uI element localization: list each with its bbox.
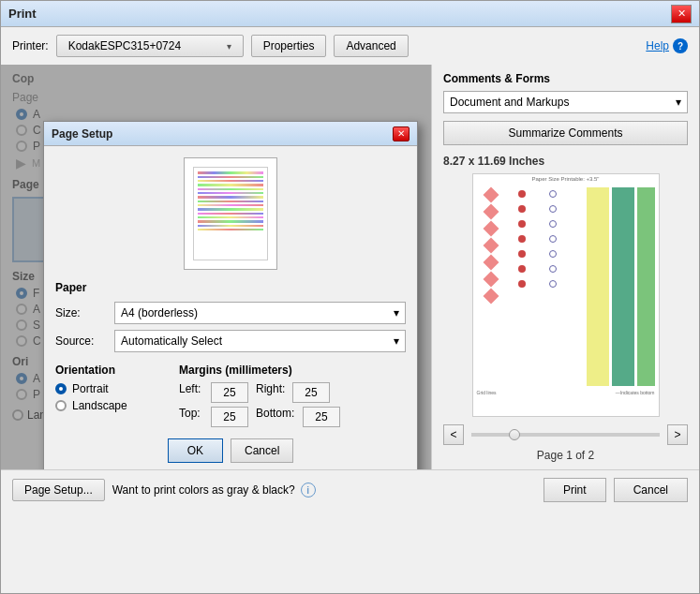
- size-dropdown[interactable]: A4 (borderless) ▾: [114, 302, 406, 324]
- advanced-button[interactable]: Advanced: [334, 35, 408, 57]
- left-right-row: Left: Right:: [179, 382, 406, 403]
- next-page-button[interactable]: >: [667, 424, 688, 445]
- thumb-col-blue: [539, 187, 567, 386]
- thumb-col-red: [477, 187, 505, 386]
- landscape-row-modal: Landscape: [55, 399, 168, 412]
- properties-button[interactable]: Properties: [251, 35, 327, 57]
- help-icon: ?: [673, 38, 688, 53]
- page-thumbnail: Paper Size Printable: +3.5": [472, 173, 660, 417]
- doc-markup-value: Document and Markups: [450, 96, 569, 109]
- dimensions-label: 8.27 x 11.69 Inches: [443, 155, 688, 168]
- top-margin-label: Top:: [179, 407, 207, 427]
- source-dropdown-arrow: ▾: [394, 334, 399, 348]
- bottom-left: Page Setup... Want to print colors as gr…: [12, 479, 316, 501]
- thumb-footer-right: —Indicates bottom: [616, 390, 655, 395]
- landscape-label: Landscape: [72, 399, 127, 412]
- title-bar: Print ✕: [1, 1, 699, 27]
- thumb-cols: [473, 184, 659, 390]
- modal-title: Page Setup: [52, 127, 112, 141]
- page-setup-button[interactable]: Page Setup...: [12, 479, 105, 501]
- page-slider[interactable]: [471, 433, 660, 437]
- comments-forms-dropdown[interactable]: Document and Markups ▾: [443, 91, 688, 113]
- source-row: Source: Automatically Select ▾: [55, 330, 406, 352]
- margins-group: Margins (millimeters) Left: Right: Top:: [179, 364, 406, 427]
- bottom-right: Print Cancel: [544, 478, 688, 502]
- printer-dropdown[interactable]: KodakESPC315+0724 ▾: [56, 35, 244, 57]
- paper-section: Paper Size: A4 (borderless) ▾ Source: Au: [55, 281, 406, 352]
- right-margin-input[interactable]: [292, 382, 330, 403]
- page-preview: [184, 157, 277, 270]
- thumb-col-white: [570, 187, 584, 386]
- help-label: Help: [646, 39, 669, 52]
- top-margin-input[interactable]: [211, 407, 248, 427]
- printer-label: Printer:: [12, 39, 49, 52]
- printer-bar: Printer: KodakESPC315+0724 ▾ Properties …: [1, 27, 699, 65]
- page-nav: < >: [443, 424, 688, 445]
- prev-page-button[interactable]: <: [443, 424, 464, 445]
- orientation-margins-row: Orientation Portrait Landscape Mar: [55, 364, 406, 427]
- orientation-group: Orientation Portrait Landscape: [55, 364, 168, 427]
- bottom-margin-input[interactable]: [303, 407, 340, 427]
- right-margin-label: Right:: [256, 382, 289, 403]
- page-preview-inner: [193, 167, 268, 260]
- thumb-header: Paper Size Printable: +3.5": [473, 174, 659, 184]
- size-row: Size: A4 (borderless) ▾: [55, 302, 406, 324]
- modal-cancel-button[interactable]: Cancel: [231, 438, 293, 463]
- printer-dropdown-arrow: ▾: [227, 41, 231, 52]
- page-indicator: Page 1 of 2: [443, 449, 688, 462]
- print-window: Print ✕ Printer: KodakESPC315+0724 ▾ Pro…: [0, 0, 700, 594]
- portrait-label: Portrait: [72, 382, 109, 395]
- comments-dropdown-arrow: ▾: [676, 96, 681, 109]
- thumb-col-light-green: [637, 187, 654, 386]
- slider-handle[interactable]: [509, 429, 520, 440]
- size-label: Size:: [55, 306, 107, 319]
- cancel-button[interactable]: Cancel: [614, 478, 688, 502]
- summarize-comments-button[interactable]: Summarize Comments: [443, 121, 688, 145]
- modal-body: Paper Size: A4 (borderless) ▾ Source: Au: [44, 146, 417, 469]
- info-icon[interactable]: i: [301, 483, 316, 497]
- ok-button[interactable]: OK: [168, 438, 223, 463]
- source-dropdown[interactable]: Automatically Select ▾: [114, 330, 406, 352]
- modal-close-button[interactable]: ✕: [393, 126, 410, 141]
- bottom-margin-label: Bottom:: [256, 407, 299, 427]
- source-value: Automatically Select: [121, 334, 222, 348]
- thumb-footer: Grid lines —Indicates bottom: [473, 390, 659, 395]
- thumb-col-green: [612, 187, 634, 386]
- source-label: Source:: [55, 334, 107, 348]
- portrait-row: Portrait: [55, 382, 168, 395]
- page-setup-modal: Page Setup ✕: [43, 121, 418, 469]
- bottom-bar: Page Setup... Want to print colors as gr…: [1, 469, 699, 510]
- modal-title-bar: Page Setup ✕: [44, 122, 417, 146]
- size-value: A4 (borderless): [121, 306, 198, 319]
- size-dropdown-arrow: ▾: [394, 306, 399, 319]
- landscape-radio[interactable]: [55, 400, 67, 411]
- preview-lines: [198, 171, 263, 232]
- printer-value: KodakESPC315+0724: [68, 39, 181, 52]
- comments-forms-label: Comments & Forms: [443, 72, 688, 85]
- paper-title: Paper: [55, 281, 406, 294]
- title-bar-buttons: ✕: [671, 5, 692, 23]
- gray-black-text: Want to print colors as gray & black?: [112, 483, 295, 497]
- left-panel: Cop Page A C P: [1, 65, 432, 469]
- top-bottom-row: Top: Bottom:: [179, 407, 406, 427]
- right-panel: Comments & Forms Document and Markups ▾ …: [432, 65, 699, 469]
- thumb-footer-left: Grid lines: [477, 390, 497, 395]
- close-button[interactable]: ✕: [671, 5, 692, 23]
- orientation-title: Orientation: [55, 364, 168, 377]
- print-button[interactable]: Print: [544, 478, 606, 502]
- gray-black-question: Want to print colors as gray & black? i: [112, 483, 316, 497]
- window-title: Print: [8, 7, 37, 21]
- margins-title: Margins (millimeters): [179, 364, 406, 377]
- modal-buttons: OK Cancel: [55, 438, 406, 463]
- thumb-col-yellow: [587, 187, 609, 386]
- left-margin-input[interactable]: [211, 382, 248, 403]
- thumb-col-red-dots: [508, 187, 536, 386]
- left-margin-label: Left:: [179, 382, 207, 403]
- help-link[interactable]: Help ?: [646, 38, 688, 53]
- portrait-radio[interactable]: [55, 383, 67, 394]
